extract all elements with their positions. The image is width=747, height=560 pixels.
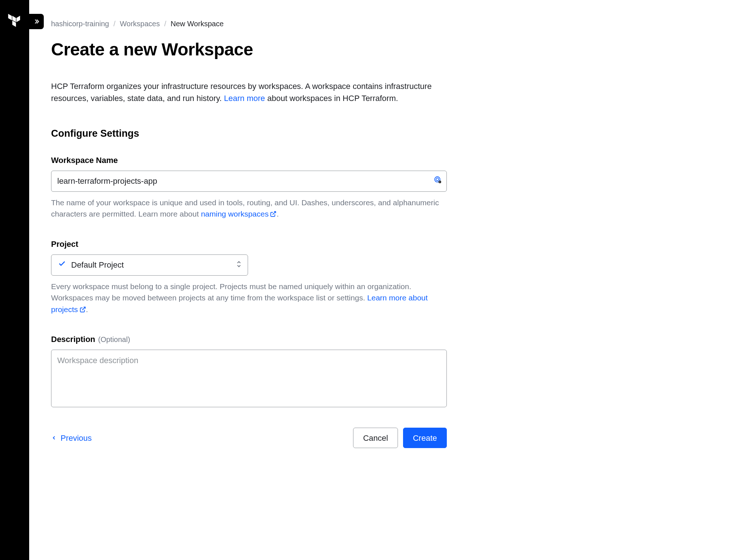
page-title: Create a new Workspace (51, 36, 474, 63)
svg-point-1 (436, 178, 438, 180)
check-icon (58, 259, 66, 271)
project-help: Every workspace must belong to a single … (51, 281, 447, 316)
select-caret-icon (236, 259, 242, 271)
chevron-left-icon (51, 435, 57, 441)
workspace-name-label: Workspace Name (51, 154, 474, 166)
breadcrumb-workspaces[interactable]: Workspaces (120, 18, 160, 29)
sidebar (0, 0, 29, 560)
workspace-name-field: Workspace Name The name of your workspac… (51, 154, 474, 221)
project-select[interactable]: Default Project (51, 254, 248, 276)
external-link-icon (80, 304, 86, 316)
form-footer: Previous Cancel Create (51, 428, 447, 448)
previous-label: Previous (61, 432, 92, 444)
sidebar-expand-button[interactable] (29, 14, 44, 29)
chevrons-right-icon (33, 18, 40, 25)
workspace-name-help: The name of your workspace is unique and… (51, 197, 447, 221)
cancel-button[interactable]: Cancel (353, 428, 398, 448)
description-textarea[interactable] (51, 350, 447, 407)
optional-tag: (Optional) (98, 334, 130, 345)
project-field: Project Default Project Every workspace … (51, 238, 474, 316)
main-content: hashicorp-training / Workspaces / New Wo… (29, 0, 489, 560)
project-selected-value: Default Project (71, 259, 124, 271)
svg-line-5 (273, 211, 276, 214)
breadcrumb-org[interactable]: hashicorp-training (51, 18, 109, 29)
workspace-name-input[interactable] (51, 171, 447, 192)
external-link-icon (270, 209, 276, 221)
learn-more-link[interactable]: Learn more (224, 94, 265, 103)
intro-text-post: about workspaces in HCP Terraform. (265, 94, 398, 103)
breadcrumb-separator: / (113, 18, 116, 29)
previous-link[interactable]: Previous (51, 432, 92, 444)
breadcrumb: hashicorp-training / Workspaces / New Wo… (51, 18, 474, 29)
breadcrumb-current: New Workspace (171, 18, 224, 29)
description-field: Description (Optional) (51, 333, 474, 410)
section-heading: Configure Settings (51, 126, 474, 141)
svg-rect-4 (440, 182, 440, 182)
page-intro: HCP Terraform organizes your infrastruct… (51, 80, 438, 104)
svg-line-6 (82, 307, 85, 310)
breadcrumb-separator: / (164, 18, 166, 29)
naming-workspaces-link[interactable]: naming workspaces (201, 210, 277, 218)
terraform-logo-icon (8, 14, 20, 31)
project-label: Project (51, 238, 474, 250)
description-label: Description (51, 333, 95, 345)
password-manager-icon[interactable] (434, 176, 442, 187)
create-button[interactable]: Create (403, 428, 447, 448)
